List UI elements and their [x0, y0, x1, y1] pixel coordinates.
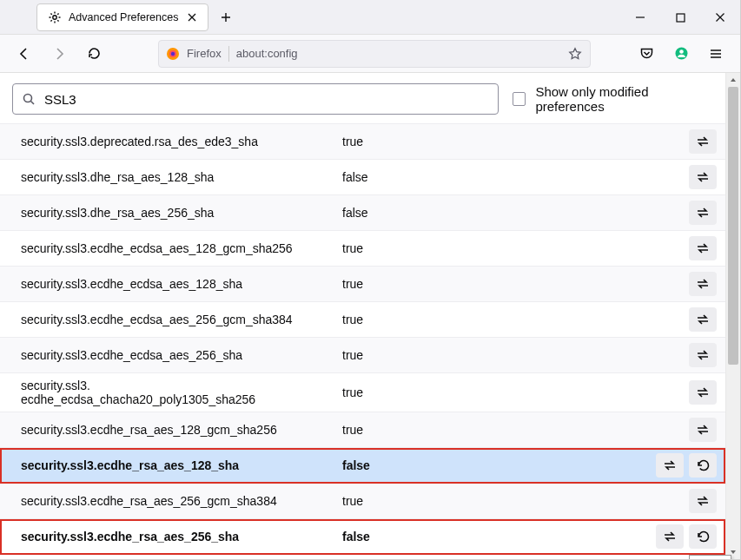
pref-row[interactable]: security.ssl3.ecdhe_rsa_aes_128_shafalse — [0, 448, 725, 484]
urlbar-separator — [228, 46, 229, 62]
bookmark-star-button[interactable] — [567, 46, 583, 62]
minimize-button[interactable] — [620, 0, 660, 35]
pref-row[interactable]: security.ssl3.dhe_rsa_aes_128_shafalse — [0, 160, 725, 195]
toggle-button[interactable] — [689, 236, 717, 260]
show-only-modified-wrap[interactable]: Show only modified preferences — [509, 84, 713, 114]
urlbar[interactable]: Firefox about:config — [158, 40, 591, 68]
pref-actions — [689, 343, 717, 367]
toggle-icon — [695, 313, 711, 326]
toggle-icon — [695, 242, 711, 254]
toggle-button[interactable] — [689, 201, 717, 225]
toggle-button[interactable] — [689, 489, 717, 513]
pref-row[interactable]: security.ssl3.dhe_rsa_aes_256_shafalse — [0, 195, 725, 231]
toggle-tooltip: Toggle — [689, 555, 731, 560]
urlbar-container: Firefox about:config — [115, 40, 625, 68]
browser-tab[interactable]: Advanced Preferences — [36, 3, 208, 31]
svg-rect-1 — [677, 14, 685, 22]
pref-value: false — [342, 206, 689, 220]
pref-actions — [689, 418, 717, 442]
pref-row[interactable]: security.ssl3.ecdhe_rsa_aes_256_shafalse — [0, 519, 725, 555]
toggle-button[interactable] — [689, 343, 717, 367]
pref-name: security.ssl3. ecdhe_ecdsa_chacha20_poly… — [21, 379, 342, 406]
pref-name: security.ssl3.ecdhe_ecdsa_aes_128_gcm_sh… — [21, 241, 342, 255]
new-tab-button[interactable] — [214, 5, 238, 30]
reset-icon — [695, 530, 711, 543]
pref-value: false — [342, 170, 689, 184]
pref-actions — [689, 489, 717, 513]
titlebar: Advanced Preferences — [0, 0, 740, 35]
toggle-icon — [695, 278, 711, 290]
toggle-button[interactable] — [689, 129, 717, 154]
pref-row[interactable]: security.ssl3.ecdhe_ecdsa_aes_128_shatru… — [0, 267, 725, 302]
pref-row[interactable]: security.ssl3.ecdhe_ecdsa_aes_128_gcm_sh… — [0, 231, 725, 267]
pref-value: true — [342, 135, 689, 148]
pref-row[interactable]: security.ssl3.ecdhe_rsa_aes_256_gcm_sha3… — [0, 484, 725, 519]
save-to-pocket-button[interactable] — [632, 40, 660, 68]
pref-value: true — [342, 313, 689, 326]
app-menu-button[interactable] — [702, 40, 730, 68]
pref-name: security.ssl3.dhe_rsa_aes_128_sha — [21, 170, 342, 184]
urlbar-identity: Firefox — [187, 47, 222, 60]
toggle-icon — [695, 495, 711, 507]
pref-actions — [689, 201, 717, 225]
pref-name: security.ssl3.ecdhe_rsa_aes_256_gcm_sha3… — [21, 494, 342, 508]
toggle-button[interactable] — [656, 453, 684, 478]
vertical-scrollbar[interactable] — [725, 73, 740, 559]
pref-value: true — [342, 494, 689, 508]
pref-name: security.ssl3.ecdhe_rsa_aes_256_sha — [21, 530, 342, 544]
content-pane: Show only modified preferences security.… — [0, 73, 740, 559]
urlbar-url: about:config — [236, 47, 560, 60]
prefs-table: security.ssl3.deprecated.rsa_des_ede3_sh… — [0, 123, 725, 555]
pref-name: security.ssl3.ecdhe_ecdsa_aes_128_sha — [21, 277, 342, 291]
toggle-icon — [662, 459, 678, 471]
pref-search-field[interactable] — [12, 83, 499, 115]
pref-row[interactable]: security.ssl3.deprecated.rsa_des_ede3_sh… — [0, 124, 725, 160]
show-only-modified-checkbox[interactable] — [513, 92, 526, 106]
pref-row[interactable]: security.ssl3.ecdhe_ecdsa_aes_256_gcm_sh… — [0, 302, 725, 338]
pref-actions — [689, 307, 717, 332]
close-window-button[interactable] — [700, 0, 740, 35]
toggle-icon — [695, 135, 711, 148]
toggle-icon — [695, 171, 711, 183]
maximize-button[interactable] — [660, 0, 700, 35]
toggle-button[interactable] — [656, 524, 684, 549]
pref-value: true — [342, 385, 689, 399]
tab-title: Advanced Preferences — [69, 11, 178, 23]
scrollbar-thumb[interactable] — [728, 87, 738, 365]
toggle-icon — [695, 349, 711, 361]
pref-value: false — [342, 530, 656, 544]
pref-name: security.ssl3.ecdhe_rsa_aes_128_gcm_sha2… — [21, 423, 342, 437]
pref-name: security.ssl3.ecdhe_ecdsa_aes_256_gcm_sh… — [21, 313, 342, 326]
toggle-button[interactable] — [689, 418, 717, 442]
pref-actions — [689, 236, 717, 260]
toggle-button[interactable] — [689, 165, 717, 189]
reset-button[interactable] — [689, 453, 717, 478]
pref-name: security.ssl3.ecdhe_ecdsa_aes_256_sha — [21, 348, 342, 362]
back-button[interactable] — [10, 40, 38, 68]
search-row: Show only modified preferences — [0, 73, 725, 123]
gear-icon — [48, 10, 62, 24]
close-tab-button[interactable] — [185, 10, 199, 24]
svg-point-6 — [679, 49, 684, 54]
window-controls — [620, 0, 740, 35]
toggle-button[interactable] — [689, 307, 717, 332]
pref-name: security.ssl3.dhe_rsa_aes_256_sha — [21, 206, 342, 220]
scroll-up-arrow[interactable] — [726, 73, 740, 87]
forward-button[interactable] — [45, 40, 73, 68]
reload-button[interactable] — [80, 40, 108, 68]
pref-actions — [689, 380, 717, 405]
pref-value: true — [342, 277, 689, 291]
pref-actions — [656, 524, 717, 549]
account-button[interactable] — [667, 40, 695, 68]
pref-row[interactable]: security.ssl3. ecdhe_ecdsa_chacha20_poly… — [0, 373, 725, 412]
pref-actions — [689, 165, 717, 189]
pref-name: security.ssl3.deprecated.rsa_des_ede3_sh… — [21, 135, 342, 148]
pref-row[interactable]: security.ssl3.ecdhe_ecdsa_aes_256_shatru… — [0, 338, 725, 373]
pref-row[interactable]: security.ssl3.ecdhe_rsa_aes_128_gcm_sha2… — [0, 412, 725, 448]
toggle-button[interactable] — [689, 272, 717, 296]
pref-value: true — [342, 423, 689, 437]
pref-search-input[interactable] — [43, 91, 489, 108]
toggle-button[interactable] — [689, 380, 717, 405]
pref-value: false — [342, 458, 656, 472]
reset-button[interactable] — [689, 524, 717, 549]
